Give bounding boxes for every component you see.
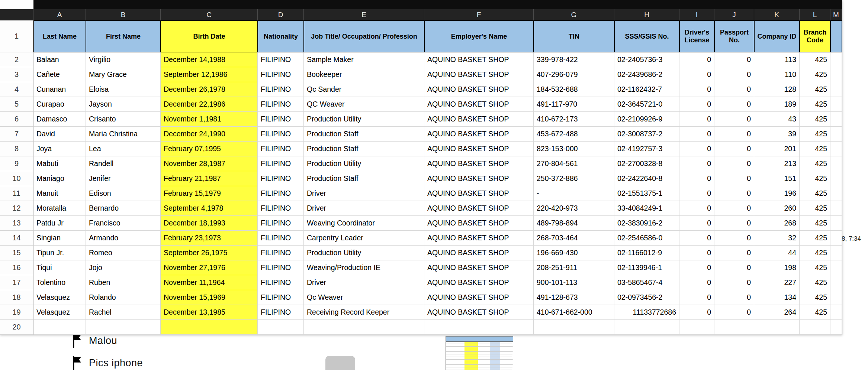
column-header-B[interactable]: B xyxy=(86,9,161,20)
cell-B11[interactable]: Edison xyxy=(86,186,161,201)
cell-J7[interactable]: 0 xyxy=(714,127,754,142)
cell-G1[interactable]: TIN xyxy=(534,20,614,52)
cell-H14[interactable]: 02-2546586-0 xyxy=(614,231,679,246)
cell-I20[interactable] xyxy=(679,320,714,335)
cell-H7[interactable]: 02-3008737-2 xyxy=(614,127,679,142)
cell-J3[interactable]: 0 xyxy=(714,67,754,82)
cell-K8[interactable]: 201 xyxy=(754,142,800,156)
cell-E5[interactable]: QC Weaver xyxy=(304,97,424,112)
cell-J16[interactable]: 0 xyxy=(714,260,754,275)
cell-C19[interactable]: December 13,1985 xyxy=(161,305,258,320)
cell-F14[interactable]: AQUINO BASKET SHOP xyxy=(424,231,534,246)
cell-I4[interactable]: 0 xyxy=(679,82,714,97)
cell-E8[interactable]: Production Staff xyxy=(304,142,424,156)
column-header-F[interactable]: F xyxy=(424,9,534,20)
cell-E10[interactable]: Production Staff xyxy=(304,171,424,186)
cell-K10[interactable]: 151 xyxy=(754,171,800,186)
cell-J9[interactable]: 0 xyxy=(714,156,754,171)
cell-C2[interactable]: December 14,1988 xyxy=(161,52,258,67)
cell-C5[interactable]: December 22,1986 xyxy=(161,97,258,112)
cell-G7[interactable]: 453-672-488 xyxy=(534,127,614,142)
cell-A5[interactable]: Curapao xyxy=(33,97,86,112)
desktop-file-pics-iphone[interactable]: Pics iphone xyxy=(71,356,143,370)
row-header-13[interactable]: 13 xyxy=(0,216,33,231)
cell-L13[interactable]: 425 xyxy=(800,216,830,231)
cell-L15[interactable]: 425 xyxy=(800,246,830,260)
row-header-9[interactable]: 9 xyxy=(0,156,33,171)
cell-F6[interactable]: AQUINO BASKET SHOP xyxy=(424,112,534,127)
cell-A13[interactable]: Patdu Jr xyxy=(33,216,86,231)
cell-A12[interactable]: Moratalla xyxy=(33,201,86,216)
row-header-4[interactable]: 4 xyxy=(0,82,33,97)
cell-L7[interactable]: 425 xyxy=(800,127,830,142)
cell-A17[interactable]: Tolentino xyxy=(33,275,86,290)
cell-M18[interactable] xyxy=(830,290,842,305)
cell-K16[interactable]: 198 xyxy=(754,260,800,275)
cell-E11[interactable]: Driver xyxy=(304,186,424,201)
cell-D3[interactable]: FILIPINO xyxy=(258,67,304,82)
cell-I12[interactable]: 0 xyxy=(679,201,714,216)
cell-B12[interactable]: Bernardo xyxy=(86,201,161,216)
cell-B15[interactable]: Romeo xyxy=(86,246,161,260)
cell-E15[interactable]: Production Utility xyxy=(304,246,424,260)
cell-A8[interactable]: Joya xyxy=(33,142,86,156)
cell-D17[interactable]: FILIPINO xyxy=(258,275,304,290)
row-header-6[interactable]: 6 xyxy=(0,112,33,127)
cell-M1[interactable] xyxy=(830,20,842,52)
cell-L14[interactable]: 425 xyxy=(800,231,830,246)
cell-C10[interactable]: February 21,1987 xyxy=(161,171,258,186)
cell-K11[interactable]: 196 xyxy=(754,186,800,201)
cell-J18[interactable]: 0 xyxy=(714,290,754,305)
cell-B4[interactable]: Eloisa xyxy=(86,82,161,97)
cell-L18[interactable]: 425 xyxy=(800,290,830,305)
cell-E7[interactable]: Production Staff xyxy=(304,127,424,142)
cell-B7[interactable]: Maria Christina xyxy=(86,127,161,142)
cell-L16[interactable]: 425 xyxy=(800,260,830,275)
cell-J14[interactable]: 0 xyxy=(714,231,754,246)
cell-H16[interactable]: 02-1139946-1 xyxy=(614,260,679,275)
cell-H20[interactable] xyxy=(614,320,679,335)
cell-D12[interactable]: FILIPINO xyxy=(258,201,304,216)
cell-A3[interactable]: Cañete xyxy=(33,67,86,82)
cell-K13[interactable]: 268 xyxy=(754,216,800,231)
cell-F11[interactable]: AQUINO BASKET SHOP xyxy=(424,186,534,201)
cell-E16[interactable]: Weaving/Production IE xyxy=(304,260,424,275)
cell-D1[interactable]: Nationality xyxy=(258,20,304,52)
cell-L10[interactable]: 425 xyxy=(800,171,830,186)
cell-E19[interactable]: Receiving Record Keeper xyxy=(304,305,424,320)
cell-E13[interactable]: Weaving Coordinator xyxy=(304,216,424,231)
cell-J2[interactable]: 0 xyxy=(714,52,754,67)
cell-I5[interactable]: 0 xyxy=(679,97,714,112)
cell-C16[interactable]: November 27,1976 xyxy=(161,260,258,275)
cell-H4[interactable]: 02-1162432-7 xyxy=(614,82,679,97)
cell-I1[interactable]: Driver's License xyxy=(679,20,714,52)
cell-B19[interactable]: Rachel xyxy=(86,305,161,320)
cell-L6[interactable]: 425 xyxy=(800,112,830,127)
cell-L2[interactable]: 425 xyxy=(800,52,830,67)
cell-G13[interactable]: 489-798-894 xyxy=(534,216,614,231)
cell-L1[interactable]: Branch Code xyxy=(800,20,830,52)
cell-B2[interactable]: Virgilio xyxy=(86,52,161,67)
cell-H10[interactable]: 02-2422640-8 xyxy=(614,171,679,186)
cell-E3[interactable]: Bookeeper xyxy=(304,67,424,82)
cell-H15[interactable]: 02-1166012-9 xyxy=(614,246,679,260)
cell-M15[interactable] xyxy=(830,246,842,260)
cell-J13[interactable]: 0 xyxy=(714,216,754,231)
cell-M3[interactable] xyxy=(830,67,842,82)
cell-M11[interactable] xyxy=(830,186,842,201)
cell-B6[interactable]: Crisanto xyxy=(86,112,161,127)
cell-J12[interactable]: 0 xyxy=(714,201,754,216)
cell-C3[interactable]: September 12,1986 xyxy=(161,67,258,82)
cell-E9[interactable]: Production Utility xyxy=(304,156,424,171)
column-header-I[interactable]: I xyxy=(679,9,714,20)
cell-M10[interactable] xyxy=(830,171,842,186)
cell-G17[interactable]: 900-101-113 xyxy=(534,275,614,290)
cell-E6[interactable]: Production Utility xyxy=(304,112,424,127)
row-header-7[interactable]: 7 xyxy=(0,127,33,142)
cell-J10[interactable]: 0 xyxy=(714,171,754,186)
row-header-5[interactable]: 5 xyxy=(0,97,33,112)
row-header-11[interactable]: 11 xyxy=(0,186,33,201)
cell-L9[interactable]: 425 xyxy=(800,156,830,171)
row-header-17[interactable]: 17 xyxy=(0,275,33,290)
cell-G2[interactable]: 339-978-422 xyxy=(534,52,614,67)
